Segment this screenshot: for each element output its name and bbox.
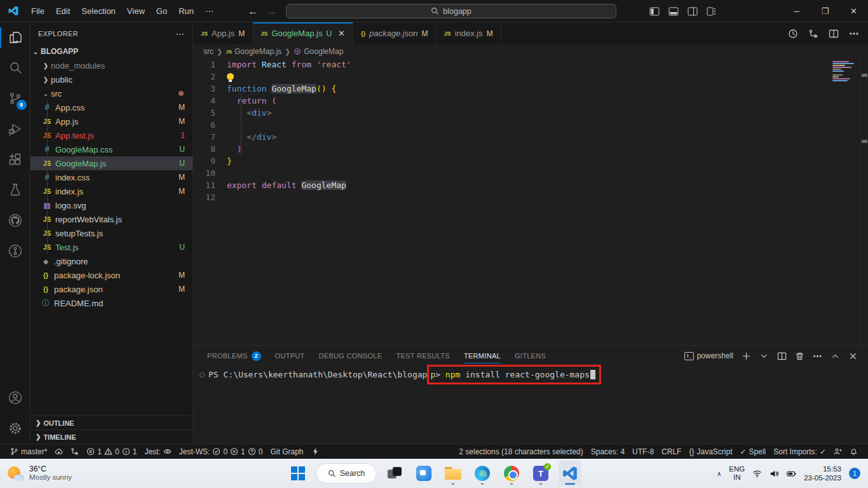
breadcrumb-src[interactable]: src: [203, 47, 214, 56]
weather-widget[interactable]: 36°C Mostly sunny: [0, 465, 153, 482]
task-view-button[interactable]: [383, 461, 406, 486]
notifications-bell[interactable]: [846, 444, 862, 459]
toggle-panel-icon[interactable]: [668, 6, 679, 17]
panel-tab-debug-console[interactable]: DEBUG CONSOLE: [314, 346, 388, 366]
panel-tab-problems[interactable]: PROBLEMS2: [202, 346, 266, 366]
tree-item-package-lock.json[interactable]: {}package-lock.jsonM: [31, 268, 193, 282]
toggle-sidebar-icon[interactable]: [649, 6, 660, 17]
github-icon[interactable]: [0, 205, 31, 236]
toggle-secondary-sidebar-icon[interactable]: [688, 6, 698, 17]
taskbar-search[interactable]: Search: [316, 463, 377, 484]
timeline-section[interactable]: ❯ TIMELINE: [31, 430, 193, 444]
outline-section[interactable]: ❯ OUTLINE: [31, 416, 193, 430]
tree-item-.gitignore[interactable]: ◆.gitignore: [31, 254, 193, 268]
tree-item-readme.md[interactable]: ⓘREADME.md: [31, 296, 193, 310]
teams-button[interactable]: T: [529, 461, 552, 486]
start-button[interactable]: [287, 461, 309, 486]
search-icon[interactable]: [0, 53, 31, 83]
menu-view[interactable]: View: [121, 4, 151, 18]
problems-indicator[interactable]: 101: [83, 444, 140, 459]
editor-more-actions-icon[interactable]: [849, 29, 859, 39]
feedback-button[interactable]: [830, 444, 846, 459]
zap-button[interactable]: [308, 444, 323, 459]
close-panel-icon[interactable]: [848, 351, 858, 361]
customize-layout-icon[interactable]: [707, 6, 717, 17]
tree-item-googlemap.css[interactable]: #GoogleMap.cssU: [31, 142, 193, 156]
panel-more-actions-icon[interactable]: [813, 351, 822, 361]
tree-item-index.js[interactable]: JSindex.jsM: [31, 184, 193, 198]
tree-item-package.json[interactable]: {}package.jsonM: [31, 282, 193, 296]
tree-item-test.js[interactable]: JSTest.jsU: [31, 240, 193, 254]
panel-tab-terminal[interactable]: TERMINAL: [459, 346, 506, 366]
eol-status[interactable]: CRLF: [658, 444, 685, 459]
tree-item-public[interactable]: ❯public: [31, 72, 193, 86]
selection-status[interactable]: 2 selections (18 characters selected): [455, 444, 587, 459]
tree-item-reportwebvitals.js[interactable]: JSreportWebVitals.js: [31, 212, 193, 226]
tree-item-logo.svg[interactable]: ▨logo.svg: [31, 198, 193, 212]
source-control-icon[interactable]: 9: [0, 83, 31, 114]
breadcrumb-googlemap[interactable]: GoogleMap: [294, 47, 343, 56]
open-changes-icon[interactable]: [808, 29, 818, 39]
extensions-icon[interactable]: [0, 144, 31, 175]
tab-index.js[interactable]: JSindex.jsM: [437, 22, 501, 44]
testing-icon[interactable]: [0, 175, 31, 205]
git-graph-button[interactable]: Git Graph: [266, 444, 307, 459]
file-explorer-button[interactable]: [442, 461, 465, 486]
tree-item-index.css[interactable]: #index.cssM: [31, 170, 193, 184]
close-tab-icon[interactable]: ✕: [338, 29, 345, 38]
indentation-status[interactable]: Spaces: 4: [587, 444, 628, 459]
minimize-button[interactable]: ─: [782, 0, 811, 22]
new-terminal-icon[interactable]: [742, 351, 751, 361]
nav-forward-arrow[interactable]: →: [267, 6, 277, 17]
split-editor-icon[interactable]: [829, 29, 839, 39]
notification-badge[interactable]: 1: [849, 468, 860, 479]
publish-button[interactable]: [51, 444, 67, 459]
accounts-icon[interactable]: [0, 383, 31, 413]
jest-ws-status[interactable]: Jest-WS:010: [175, 444, 267, 459]
menu-selection[interactable]: Selection: [76, 4, 121, 18]
compare-button[interactable]: [67, 444, 83, 459]
tab-app.js[interactable]: JSApp.jsM: [193, 22, 253, 44]
open-timeline-icon[interactable]: [788, 29, 798, 39]
minimap[interactable]: [832, 61, 858, 82]
kill-terminal-icon[interactable]: [795, 351, 804, 361]
edge-button[interactable]: [471, 461, 494, 486]
menu-run[interactable]: Run: [173, 4, 200, 18]
branch-indicator[interactable]: master*: [6, 444, 51, 459]
tray-chevron-icon[interactable]: ∧: [717, 470, 721, 477]
panel-tab-gitlens[interactable]: GITLENS: [510, 346, 551, 366]
battery-icon[interactable]: [787, 469, 796, 478]
tree-root-blogapp[interactable]: ⌄BLOGAPP: [31, 44, 193, 58]
tab-package.json[interactable]: {}package.jsonM: [353, 22, 437, 44]
close-button[interactable]: ✕: [839, 0, 868, 22]
volume-icon[interactable]: [770, 469, 779, 478]
maximize-panel-icon[interactable]: [831, 351, 840, 361]
lightbulb-icon[interactable]: [227, 73, 234, 80]
spell-status[interactable]: ✓Spell: [736, 444, 770, 459]
menu-more[interactable]: ⋯: [200, 4, 219, 18]
chrome-button[interactable]: [500, 461, 523, 486]
wifi-icon[interactable]: [752, 469, 762, 478]
tree-item-src[interactable]: ⌄src: [31, 86, 193, 100]
tree-item-app.css[interactable]: #App.cssM: [31, 100, 193, 114]
vscode-taskbar-button[interactable]: [559, 461, 581, 486]
tree-item-node_modules[interactable]: ❯node_modules: [31, 58, 193, 72]
gitlens-icon[interactable]: [0, 236, 31, 266]
chat-button[interactable]: [412, 461, 435, 486]
settings-icon[interactable]: [0, 413, 31, 444]
panel-tab-test-results[interactable]: TEST RESULTS: [391, 346, 455, 366]
clock[interactable]: 15:5323-05-2023: [804, 464, 841, 482]
tree-item-setuptests.js[interactable]: JSsetupTests.js: [31, 226, 193, 240]
language-status[interactable]: {}JavaScript: [685, 444, 736, 459]
tab-googlemap.js[interactable]: JSGoogleMap.jsU✕: [253, 22, 353, 44]
breadcrumb-googlemap.js[interactable]: JSGoogleMap.js: [226, 47, 281, 56]
split-terminal-icon[interactable]: [777, 351, 787, 361]
editor-scrollbar[interactable]: [860, 58, 868, 345]
explorer-icon[interactable]: [0, 22, 31, 53]
run-debug-icon[interactable]: [0, 114, 31, 144]
explorer-more-actions-icon[interactable]: ⋯: [176, 29, 185, 39]
breadcrumb[interactable]: src❯JSGoogleMap.js❯GoogleMap: [193, 44, 868, 58]
code-editor[interactable]: 1import React from 'react'23function Goo…: [193, 58, 868, 345]
jest-status[interactable]: Jest:: [140, 444, 175, 459]
sort-imports-status[interactable]: Sort Imports:✓: [770, 444, 830, 459]
